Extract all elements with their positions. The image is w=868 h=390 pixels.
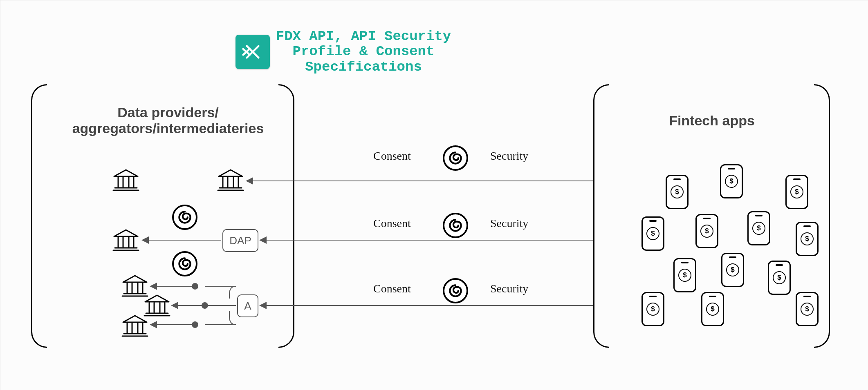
dollar-icon: $ (801, 232, 814, 245)
svg-marker-4 (114, 170, 138, 176)
right-bracket-open (593, 84, 609, 348)
diagram-title: FDX API, API Security Profile & Consent … (276, 29, 451, 75)
fintech-app-icon: $ (747, 211, 770, 245)
fintech-app-icon: $ (796, 292, 819, 326)
dap-node: DAP (222, 229, 258, 252)
dollar-icon: $ (752, 222, 765, 235)
security-label-1: Security (490, 149, 528, 163)
svg-marker-11 (219, 170, 242, 176)
bank-icon (144, 294, 170, 317)
fintech-app-icon: $ (721, 253, 744, 287)
fintech-app-icon: $ (785, 175, 808, 209)
bank-icon (121, 315, 148, 338)
fintech-app-icon: $ (701, 292, 724, 326)
diagram-title-block: FDX API, API Security Profile & Consent … (236, 29, 451, 75)
fintech-apps-heading: Fintech apps (614, 113, 810, 129)
svg-marker-39 (123, 316, 147, 322)
dollar-icon: $ (678, 269, 691, 282)
spec-circle-icon (443, 278, 468, 303)
security-label-3: Security (490, 282, 528, 295)
title-line-2: Profile & Consent (293, 44, 435, 59)
fintech-app-icon: $ (673, 258, 696, 292)
security-label-2: Security (490, 217, 528, 230)
consent-label-2: Consent (373, 217, 411, 230)
dollar-icon: $ (646, 303, 659, 316)
dollar-icon: $ (706, 303, 719, 316)
fintech-app-icon: $ (641, 292, 664, 326)
dollar-icon: $ (671, 185, 684, 198)
fintech-app-icon: $ (695, 214, 718, 248)
dollar-icon: $ (700, 225, 713, 238)
fintech-app-icon: $ (641, 216, 664, 251)
fintech-app-icon: $ (768, 261, 791, 295)
aggregator-label: A (244, 300, 251, 312)
svg-marker-32 (145, 295, 169, 302)
spec-circle-icon (443, 145, 468, 171)
spec-circle-icon (172, 205, 197, 230)
dollar-icon: $ (725, 175, 738, 188)
svg-point-52 (202, 303, 208, 308)
bank-icon (112, 229, 139, 252)
left-bracket-open (31, 84, 47, 348)
svg-point-50 (192, 283, 198, 289)
title-line-1: FDX API, API Security (276, 29, 451, 44)
fintech-app-icon: $ (720, 164, 743, 198)
dollar-icon: $ (773, 271, 786, 284)
svg-marker-25 (123, 276, 147, 282)
fintech-app-icon: $ (796, 222, 819, 256)
spec-circle-icon (172, 251, 197, 276)
consent-label-3: Consent (373, 282, 411, 295)
fdx-logo-icon (236, 35, 270, 69)
aggregator-node: A (237, 294, 258, 317)
dap-label: DAP (229, 234, 251, 247)
bank-icon (112, 169, 139, 192)
fintech-app-icon: $ (666, 175, 689, 209)
dollar-icon: $ (801, 303, 814, 316)
dollar-icon: $ (726, 263, 739, 276)
data-providers-heading: Data providers/ aggregators/intermediate… (54, 105, 283, 136)
dollar-icon: $ (646, 227, 659, 240)
dollar-icon: $ (790, 185, 803, 198)
diagram-canvas: FDX API, API Security Profile & Consent … (0, 0, 868, 390)
svg-point-54 (192, 322, 198, 328)
svg-marker-18 (114, 230, 138, 236)
title-line-3: Specifications (305, 59, 422, 75)
spec-circle-icon (443, 213, 468, 238)
consent-label-1: Consent (373, 149, 411, 163)
bank-icon (217, 169, 244, 192)
